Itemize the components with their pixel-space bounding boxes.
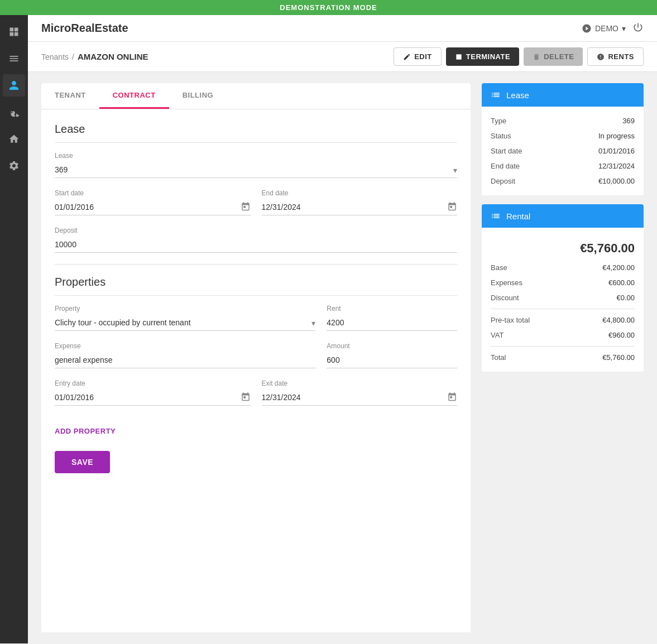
main-area: MicroRealEstate DEMO ▾ Tenants / AMAZON … <box>28 15 657 643</box>
rent-input[interactable] <box>327 315 457 331</box>
terminate-label: TERMINATE <box>466 52 510 61</box>
lease-section-title: Lease <box>55 123 457 143</box>
sidebar-item-list[interactable] <box>3 47 25 70</box>
entry-date-calendar-icon[interactable] <box>241 392 251 403</box>
lease-end-label: End date <box>491 162 520 170</box>
rental-expenses-label: Expenses <box>491 278 522 287</box>
power-icon[interactable] <box>632 22 644 35</box>
end-date-label: End date <box>262 189 458 197</box>
breadcrumb-parent[interactable]: Tenants <box>41 52 69 61</box>
lease-status-label: Status <box>491 132 511 140</box>
entry-exit-row: Entry date Exit date <box>55 379 457 417</box>
add-property-container: ADD PROPERTY <box>55 422 457 440</box>
terminate-button[interactable]: TERMINATE <box>446 47 519 66</box>
delete-label: DELETE <box>544 52 574 61</box>
rental-total-row: Total €5,760.00 <box>491 346 635 365</box>
start-date-group: Start date <box>55 189 251 215</box>
save-container: SAVE <box>55 440 457 473</box>
lease-card-header-label: Lease <box>506 90 529 100</box>
end-date-input[interactable] <box>262 199 458 215</box>
delete-button[interactable]: DELETE <box>524 47 583 66</box>
lease-card-body: Type 369 Status In progress Start date 0… <box>482 107 644 195</box>
rental-pretax-value: €4,800.00 <box>602 316 635 324</box>
start-date-input[interactable] <box>55 199 251 215</box>
property-select[interactable]: Clichy tour - occupied by current tenant <box>55 315 315 331</box>
exit-date-calendar-icon[interactable] <box>447 392 457 403</box>
chevron-down-icon: ▾ <box>622 24 626 33</box>
exit-date-label: Exit date <box>262 379 458 387</box>
end-date-calendar-icon[interactable] <box>447 201 457 213</box>
sidebar-item-users[interactable] <box>3 74 25 97</box>
deposit-input[interactable] <box>55 237 457 253</box>
amount-input[interactable] <box>327 352 457 368</box>
property-label: Property <box>55 305 315 313</box>
lease-card-header: Lease <box>482 83 644 107</box>
rental-card-header: Rental <box>482 204 644 228</box>
lease-end-value: 12/31/2024 <box>598 162 635 170</box>
properties-section-title: Properties <box>55 276 457 296</box>
end-date-wrapper <box>262 199 458 215</box>
end-date-group: End date <box>262 189 458 215</box>
property-rent-row: Property Clichy tour - occupied by curre… <box>55 305 457 342</box>
form-content: Lease Lease 369 ▾ Start date <box>41 109 471 487</box>
rental-vat-label: VAT <box>491 331 503 339</box>
entry-date-input[interactable] <box>55 390 251 406</box>
entry-date-wrapper <box>55 390 251 406</box>
expense-field-group: Expense <box>55 342 315 368</box>
edit-button[interactable]: EDIT <box>394 47 442 66</box>
breadcrumb: Tenants / AMAZON ONLINE <box>41 52 148 61</box>
tab-contract[interactable]: CONTRACT <box>99 83 169 109</box>
lease-type-label: Type <box>491 117 506 125</box>
sidebar-item-settings[interactable] <box>3 155 25 177</box>
rental-card-header-label: Rental <box>506 212 530 221</box>
save-button[interactable]: SAVE <box>55 451 110 473</box>
lease-select-wrapper: 369 ▾ <box>55 162 457 178</box>
demo-bar: DEMONSTRATION MODE <box>0 0 657 15</box>
rent-label: Rent <box>327 305 457 313</box>
exit-date-group: Exit date <box>262 379 458 406</box>
rental-discount-label: Discount <box>491 294 519 302</box>
edit-label: EDIT <box>414 52 432 61</box>
rental-pretax-row: Pre-tax total €4,800.00 <box>491 309 635 328</box>
rental-base-value: €4,200.00 <box>602 263 635 272</box>
entry-date-group: Entry date <box>55 379 251 406</box>
rent-field-group: Rent <box>327 305 457 331</box>
exit-date-input[interactable] <box>262 390 458 406</box>
rental-pretax-label: Pre-tax total <box>491 316 530 324</box>
lease-input[interactable]: 369 <box>55 162 457 178</box>
deposit-label: Deposit <box>55 227 457 234</box>
rental-total-label: Total <box>491 353 506 362</box>
rental-expenses-row: Expenses €600.00 <box>491 275 635 290</box>
property-field-group: Property Clichy tour - occupied by curre… <box>55 305 315 331</box>
lease-start-label: Start date <box>491 147 522 155</box>
sidebar-item-properties[interactable] <box>3 128 25 150</box>
demo-badge[interactable]: DEMO ▾ <box>582 23 626 33</box>
start-date-wrapper <box>55 199 251 215</box>
top-bar-right: DEMO ▾ <box>582 22 644 35</box>
rental-total-value: €5,760.00 <box>602 353 635 362</box>
property-select-wrapper: Clichy tour - occupied by current tenant… <box>55 315 315 331</box>
tab-tenant[interactable]: TENANT <box>41 83 99 109</box>
lease-start-row: Start date 01/01/2016 <box>491 143 635 158</box>
tab-billing[interactable]: BILLING <box>169 83 227 109</box>
rental-total: €5,760.00 <box>491 234 635 260</box>
sidebar-item-keys[interactable] <box>3 101 25 123</box>
rents-label: RENTS <box>608 52 634 61</box>
section-separator <box>55 264 457 265</box>
tabs: TENANT CONTRACT BILLING <box>41 83 471 109</box>
breadcrumb-current: AMAZON ONLINE <box>78 52 148 61</box>
breadcrumb-bar: Tenants / AMAZON ONLINE EDIT TERMINATE D… <box>28 42 657 72</box>
rental-discount-value: €0.00 <box>616 294 635 302</box>
start-date-calendar-icon[interactable] <box>241 201 251 213</box>
lease-deposit-row: Deposit €10,000.00 <box>491 174 635 189</box>
expense-input[interactable] <box>55 352 315 368</box>
sidebar-item-dashboard[interactable] <box>3 21 25 43</box>
start-date-label: Start date <box>55 189 251 197</box>
rental-info-card: Rental €5,760.00 Base €4,200.00 Expenses… <box>482 204 644 372</box>
svg-rect-0 <box>456 54 461 59</box>
lease-info-card: Lease Type 369 Status In progress Start … <box>482 83 644 195</box>
lease-label: Lease <box>55 152 457 160</box>
add-property-button[interactable]: ADD PROPERTY <box>55 422 116 440</box>
expense-amount-row: Expense Amount <box>55 342 457 379</box>
rents-button[interactable]: RENTS <box>587 47 644 66</box>
